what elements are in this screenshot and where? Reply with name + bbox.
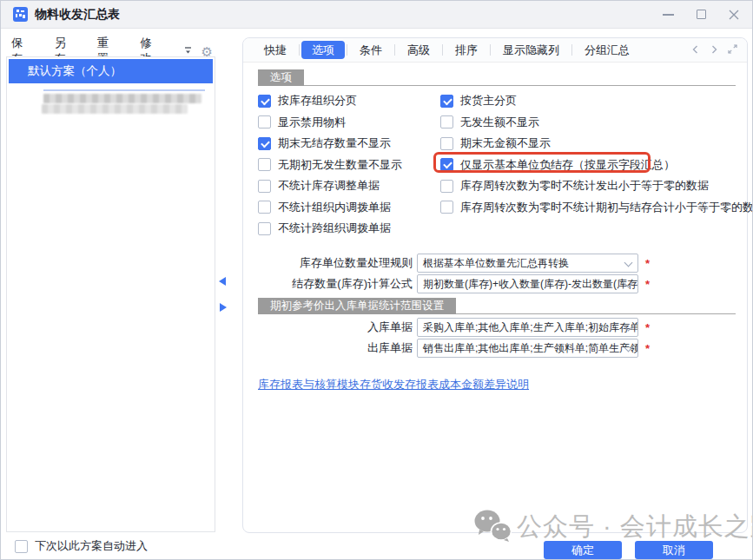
section-divider <box>304 69 736 86</box>
select-value: 期初数量(库存)+收入数量(库存)-发出数量(库存) <box>423 277 638 292</box>
tab-separator <box>299 44 300 56</box>
section-header-options: 选项 <box>258 69 736 86</box>
checkbox[interactable] <box>258 137 271 150</box>
tab-6[interactable]: 分组汇总 <box>574 41 640 59</box>
title-bar: 物料收发汇总表 <box>1 1 752 29</box>
options-panel: 快捷选项条件高级排序显示隐藏列分组汇总 选项 <box>242 37 748 533</box>
tab-0[interactable]: 快捷 <box>254 41 297 59</box>
checkbox-label: 库存周转次数为零时不统计发出小于等于零的数据 <box>460 178 709 194</box>
option-checkbox-row[interactable]: 库存周转次数为零时不统计期初与结存合计小于等于零的数据 <box>440 197 753 219</box>
section-title: 选项 <box>258 69 304 86</box>
tab-separator <box>394 44 395 56</box>
inbound-docs-select[interactable]: 采购入库单;其他入库单;生产入库单;初始库存单 <box>417 318 638 337</box>
checkbox-column-right: 按货主分页无发生额不显示期末无金额不显示仅显示基本单位负结存（按显示字段汇总）库… <box>440 90 753 240</box>
checkbox[interactable] <box>440 201 453 214</box>
outbound-docs-row: 出库单据 销售出库单;其他出库单;生产领料单;简单生产领料单 * <box>258 339 650 358</box>
field-label: 结存数量(库存)计算公式 <box>258 276 413 292</box>
plan-list-panel: 默认方案（个人） <box>6 56 215 532</box>
checkbox[interactable] <box>258 158 271 171</box>
checkbox[interactable] <box>258 115 271 128</box>
wechat-icon <box>472 509 512 545</box>
checkbox[interactable] <box>440 158 453 171</box>
section-divider <box>456 298 736 314</box>
tab-4[interactable]: 排序 <box>445 41 488 59</box>
checkbox-label: 不统计库存调整单据 <box>278 178 380 194</box>
checkbox-label: 期末无结存数量不显示 <box>278 135 391 151</box>
checkbox-label: 无期初无发生数量不显示 <box>278 157 402 173</box>
outbound-docs-select[interactable]: 销售出库单;其他出库单;生产领料单;简单生产领料单 <box>417 339 638 358</box>
inbound-docs-row: 入库单据 采购入库单;其他入库单;生产入库单;初始库存单 * <box>258 318 650 337</box>
plan-item-redacted[interactable] <box>42 104 188 114</box>
option-checkbox-row[interactable]: 仅显示基本单位负结存（按显示字段汇总） <box>440 155 753 176</box>
tab-separator <box>347 44 347 56</box>
plan-item-default[interactable]: 默认方案（个人） <box>9 59 213 83</box>
tab-5[interactable]: 显示隐藏列 <box>492 41 570 59</box>
checkbox[interactable] <box>258 222 271 235</box>
checkbox[interactable] <box>258 180 271 193</box>
plan-item-redacted[interactable] <box>43 94 201 103</box>
checkbox[interactable] <box>440 95 453 108</box>
minimize-button[interactable] <box>662 9 674 21</box>
field-label: 入库单据 <box>258 320 413 335</box>
auto-enter-checkbox[interactable] <box>15 540 28 553</box>
checkbox-label: 按库存组织分页 <box>278 93 357 109</box>
option-checkbox-row[interactable]: 无发生额不显示 <box>440 112 753 134</box>
balance-formula-row: 结存数量(库存)计算公式 期初数量(库存)+收入数量(库存)-发出数量(库存) … <box>258 274 650 293</box>
checkbox[interactable] <box>440 115 453 128</box>
option-checkbox-row[interactable]: 按库存组织分页 <box>258 90 440 112</box>
app-logo-icon <box>13 7 28 22</box>
required-asterisk: * <box>645 342 650 355</box>
checkbox-label: 不统计跨组织调拨单据 <box>278 221 391 236</box>
tab-separator <box>490 44 491 56</box>
ok-button[interactable]: 确定 <box>544 541 622 559</box>
cost-difference-help-link[interactable]: 库存报表与核算模块存货收发存报表成本金额差异说明 <box>258 377 529 392</box>
splitter-expand-right-icon[interactable] <box>220 303 227 312</box>
required-asterisk: * <box>645 257 650 270</box>
checkbox[interactable] <box>440 137 453 150</box>
plan-item-divider <box>43 89 205 91</box>
select-value: 根据基本单位数量先汇总再转换 <box>423 256 569 271</box>
option-checkbox-row[interactable]: 不统计组织内调拨单据 <box>258 197 440 219</box>
option-checkbox-row[interactable]: 期末无结存数量不显示 <box>258 133 440 155</box>
checkbox[interactable] <box>440 180 453 193</box>
watermark: 公众号 · 会计成长之路 <box>472 509 753 545</box>
balance-formula-select[interactable]: 期初数量(库存)+收入数量(库存)-发出数量(库存) <box>417 274 638 293</box>
tab-separator <box>571 44 572 56</box>
auto-enter-row[interactable]: 下次以此方案自动进入 <box>15 538 148 554</box>
option-checkbox-row[interactable]: 期末无金额不显示 <box>440 133 753 155</box>
checkbox-label: 期末无金额不显示 <box>460 135 551 151</box>
watermark-text: 公众号 · 会计成长之路 <box>517 510 753 544</box>
tab-1[interactable]: 选项 <box>301 41 345 59</box>
chevron-down-icon <box>624 259 633 267</box>
select-value: 销售出库单;其他出库单;生产领料单;简单生产领料单 <box>423 341 638 356</box>
tabs-scroll-right-icon[interactable] <box>709 43 719 58</box>
checkbox-label: 无发生额不显示 <box>460 115 539 130</box>
checkbox-grid: 按库存组织分页显示禁用物料期末无结存数量不显示无期初无发生数量不显示不统计库存调… <box>258 90 753 240</box>
cancel-button[interactable]: 取消 <box>635 541 713 559</box>
unit-qty-rule-select[interactable]: 根据基本单位数量先汇总再转换 <box>417 254 638 273</box>
checkbox[interactable] <box>258 201 271 214</box>
field-label: 库存单位数量处理规则 <box>258 255 413 271</box>
expand-fullscreen-icon[interactable] <box>727 43 738 58</box>
section-header-doc-scope: 期初参考价出入库单据统计范围设置 <box>258 298 736 314</box>
option-checkbox-row[interactable]: 不统计库存调整单据 <box>258 175 440 197</box>
close-button[interactable] <box>728 9 740 21</box>
tabs-scroll-left-icon[interactable] <box>690 43 701 58</box>
tab-2[interactable]: 条件 <box>349 41 393 59</box>
tab-3[interactable]: 高级 <box>397 41 440 59</box>
dialog-window: 物料收发汇总表 保存另存重置修改 ⚙ 默认方案（个人） 快捷选项条件高级排序显 <box>0 0 753 560</box>
tab-bar: 快捷选项条件高级排序显示隐藏列分组汇总 <box>243 38 747 63</box>
option-checkbox-row[interactable]: 不统计跨组织调拨单据 <box>258 218 440 240</box>
tab-bar-tabs: 快捷选项条件高级排序显示隐藏列分组汇总 <box>254 41 640 59</box>
maximize-button[interactable] <box>695 9 707 21</box>
splitter-collapse-left-icon[interactable] <box>219 277 226 286</box>
window-title: 物料收发汇总表 <box>35 7 120 23</box>
option-checkbox-row[interactable]: 无期初无发生数量不显示 <box>258 155 440 176</box>
option-checkbox-row[interactable]: 按货主分页 <box>440 90 753 112</box>
checkbox-label: 按货主分页 <box>460 93 517 109</box>
checkbox-label: 不统计组织内调拨单据 <box>278 200 391 215</box>
option-checkbox-row[interactable]: 显示禁用物料 <box>258 112 440 134</box>
option-checkbox-row[interactable]: 库存周转次数为零时不统计发出小于等于零的数据 <box>440 175 753 197</box>
unit-qty-rule-row: 库存单位数量处理规则 根据基本单位数量先汇总再转换 * <box>258 254 650 273</box>
checkbox[interactable] <box>258 95 271 108</box>
